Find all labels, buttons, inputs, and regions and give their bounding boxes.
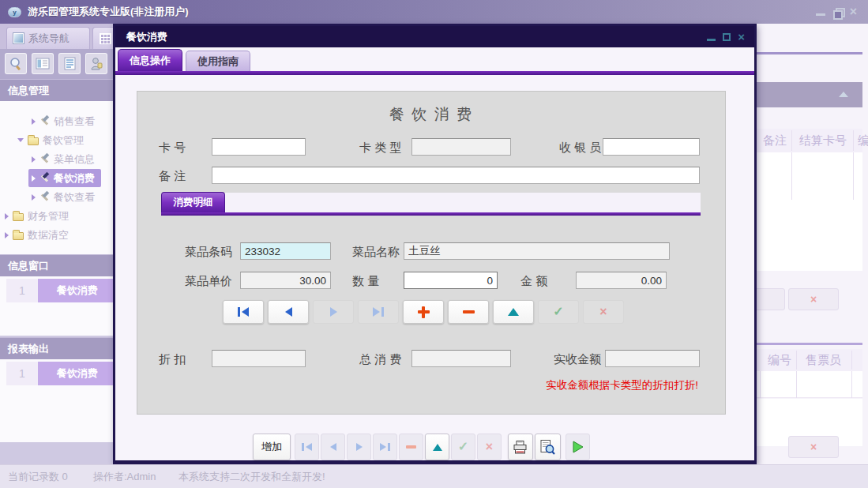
- cashier-input[interactable]: [603, 138, 700, 156]
- grid1-header: 备注: [763, 129, 787, 152]
- note-input[interactable]: [212, 167, 700, 184]
- edit-icon: [433, 444, 442, 451]
- tree-item-label: 财务管理: [28, 209, 69, 223]
- discount-field[interactable]: [212, 350, 306, 367]
- background-cancel-button[interactable]: ×: [788, 288, 839, 310]
- cross-icon: ×: [599, 306, 607, 318]
- last-icon: [381, 307, 384, 317]
- paid-field[interactable]: [605, 350, 700, 367]
- delete-record-button[interactable]: [448, 300, 489, 324]
- barcode-input[interactable]: [240, 242, 331, 260]
- tab-user-guide[interactable]: 使用指南: [186, 51, 250, 71]
- chevron-right-icon: [5, 232, 9, 238]
- master-first-button[interactable]: [295, 434, 319, 460]
- tab-info-operation[interactable]: 信息操作: [118, 49, 182, 71]
- chevron-right-icon: [32, 118, 36, 125]
- close-icon[interactable]: ×: [850, 6, 857, 17]
- grid2-header: 售票员: [806, 349, 841, 371]
- execute-button[interactable]: [566, 434, 590, 460]
- dialog-maximize-icon[interactable]: [723, 33, 731, 41]
- print-preview-icon: [540, 440, 555, 455]
- amount-field[interactable]: [576, 272, 667, 289]
- background-window-fragment: 备注 结算卡号 编 × 编号 售票员 ×: [757, 24, 868, 464]
- form-panel: 餐 饮 消 费 卡 号 卡 类 型 收 银 员 备 注 消费明细 菜品条码 菜品…: [137, 91, 726, 415]
- document-icon: [64, 57, 76, 70]
- master-edit-button[interactable]: [425, 434, 449, 460]
- quantity-input[interactable]: [404, 272, 498, 289]
- cashier-label: 收 银 员: [559, 141, 601, 156]
- dish-name-field[interactable]: [404, 242, 670, 260]
- collapse-bar[interactable]: [757, 82, 862, 107]
- print-button[interactable]: [508, 434, 533, 460]
- detail-tab-underline: [161, 212, 701, 216]
- cancel-record-button[interactable]: ×: [583, 300, 624, 324]
- total-field[interactable]: [411, 350, 511, 367]
- section-header-info-window: 信息窗口: [0, 254, 118, 276]
- print-preview-button[interactable]: [535, 434, 561, 460]
- search-button[interactable]: [5, 53, 27, 74]
- dialog-titlebar: 餐饮消费 ×: [115, 26, 754, 47]
- background-button[interactable]: [757, 288, 785, 310]
- last-record-button[interactable]: [358, 300, 399, 324]
- tree-item-catering-consume-selected[interactable]: 餐饮消费: [28, 169, 101, 187]
- chevron-right-icon: [5, 213, 9, 220]
- edit-record-button[interactable]: [493, 300, 534, 324]
- tool-icon: [39, 192, 50, 202]
- first-record-button[interactable]: [223, 300, 264, 324]
- tab-consume-detail[interactable]: 消费明细: [161, 192, 225, 212]
- insert-record-button[interactable]: [403, 300, 444, 324]
- tree-item-label: 餐饮消费: [54, 171, 95, 186]
- post-record-button[interactable]: ✓: [538, 300, 579, 324]
- user-button[interactable]: [85, 53, 107, 74]
- master-last-button[interactable]: [373, 434, 397, 460]
- collapse-up-icon: [839, 92, 848, 97]
- grid2-header-row: 编号 售票员: [757, 349, 862, 371]
- grid1-header: 编: [858, 129, 868, 152]
- card-no-input[interactable]: [212, 138, 306, 156]
- document-button[interactable]: [58, 53, 81, 74]
- tab-system-navigation[interactable]: 系统导航: [6, 27, 90, 49]
- add-button[interactable]: 增加: [253, 434, 291, 460]
- report-item[interactable]: 餐饮消费: [38, 362, 117, 385]
- column-divider: [791, 130, 792, 151]
- next-record-button[interactable]: [313, 300, 354, 324]
- unit-price-field[interactable]: [240, 272, 331, 289]
- tree-item-data-clear[interactable]: 数据清空: [5, 226, 69, 244]
- check-icon: ✓: [458, 441, 468, 453]
- cross-icon: ×: [486, 441, 493, 453]
- minimize-icon[interactable]: [816, 13, 825, 16]
- window-title: 游乐园管理系统专业版(非注册用户): [28, 5, 189, 19]
- prior-record-button[interactable]: [268, 300, 309, 324]
- dialog-close-icon[interactable]: ×: [738, 32, 745, 42]
- background-cancel-button-2[interactable]: ×: [788, 436, 839, 458]
- tree-item-sales-view[interactable]: 销售查看: [32, 112, 95, 130]
- info-window-item[interactable]: 餐饮消费: [38, 279, 117, 302]
- tree-item-catering-management[interactable]: 餐饮管理: [17, 131, 84, 149]
- detail-tab-strip: [161, 193, 701, 212]
- master-prior-button[interactable]: [321, 434, 345, 460]
- discount-hint: 实收金额根据卡类型的折扣打折!: [546, 378, 698, 392]
- last-icon-arrow: [380, 443, 386, 451]
- dialog-minimize-icon[interactable]: [707, 39, 716, 41]
- detail-nav-toolbar: ✓ ×: [223, 300, 624, 324]
- restore-icon[interactable]: [833, 8, 842, 17]
- list-view-button[interactable]: [32, 53, 54, 74]
- cross-icon: ×: [810, 293, 817, 306]
- master-next-button[interactable]: [347, 434, 371, 460]
- quantity-label: 数 量: [352, 274, 379, 289]
- tree-item-finance-management[interactable]: 财务管理: [5, 207, 69, 225]
- master-cancel-button[interactable]: ×: [477, 434, 502, 460]
- divider: [757, 52, 862, 54]
- last-icon: [388, 443, 390, 451]
- tree-item-catering-view[interactable]: 餐饮查看: [32, 188, 95, 206]
- info-window-list: 1 餐饮消费: [0, 276, 118, 336]
- card-type-field[interactable]: [411, 138, 511, 156]
- column-divider: [851, 351, 852, 370]
- next-icon: [356, 443, 363, 451]
- master-post-button[interactable]: ✓: [451, 434, 475, 460]
- section-header-info-management: 信息管理: [0, 79, 118, 101]
- user-icon: [90, 57, 103, 70]
- tree-item-label: 餐饮管理: [43, 133, 84, 148]
- tree-item-menu-info[interactable]: 菜单信息: [32, 150, 95, 168]
- master-delete-button[interactable]: [399, 434, 423, 460]
